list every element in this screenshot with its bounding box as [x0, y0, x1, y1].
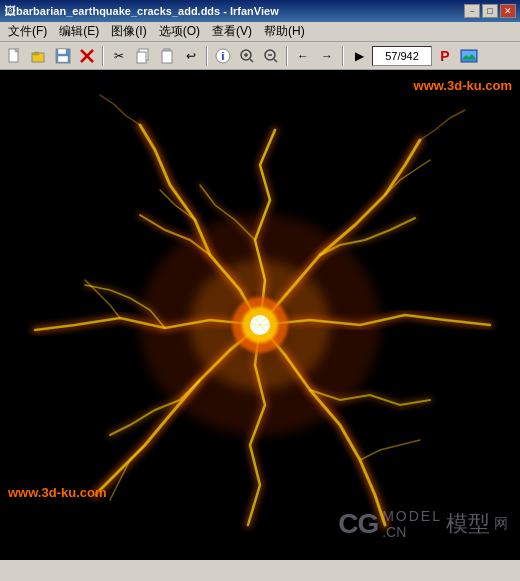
separator-2	[206, 46, 208, 66]
extra-button[interactable]	[458, 45, 480, 67]
menu-bar: 文件(F) 编辑(E) 图像(I) 选项(O) 查看(V) 帮助(H)	[0, 22, 520, 42]
close-button[interactable]: ✕	[500, 4, 516, 18]
menu-help[interactable]: 帮助(H)	[258, 21, 311, 42]
separator-1	[102, 46, 104, 66]
maximize-button[interactable]: □	[482, 4, 498, 18]
image-counter: 57/942	[372, 46, 432, 66]
svg-rect-6	[58, 56, 68, 62]
plugins-button[interactable]: P	[434, 45, 456, 67]
info-button[interactable]: i	[212, 45, 234, 67]
new-button[interactable]	[4, 45, 26, 67]
zoom-in-button[interactable]	[236, 45, 258, 67]
svg-rect-10	[137, 52, 146, 63]
window-title: barbarian_earthquake_cracks_add.dds - Ir…	[16, 5, 464, 17]
menu-file[interactable]: 文件(F)	[2, 21, 53, 42]
undo-button[interactable]: ↩	[180, 45, 202, 67]
app-icon: 🖼	[4, 4, 16, 18]
menu-options[interactable]: 选项(O)	[153, 21, 206, 42]
title-bar: 🖼 barbarian_earthquake_cracks_add.dds - …	[0, 0, 520, 22]
svg-line-16	[250, 59, 253, 62]
save-button[interactable]	[52, 45, 74, 67]
toolbar: ✂ ↩ i ← → ▶ 57/942 P	[0, 42, 520, 70]
svg-rect-5	[58, 49, 66, 54]
slideshow-button[interactable]: ▶	[348, 45, 370, 67]
delete-button[interactable]	[76, 45, 98, 67]
separator-4	[342, 46, 344, 66]
prev-image-button[interactable]: ←	[292, 45, 314, 67]
menu-image[interactable]: 图像(I)	[105, 21, 152, 42]
separator-3	[286, 46, 288, 66]
p-icon: P	[440, 48, 449, 64]
zoom-out-button[interactable]	[260, 45, 282, 67]
minimize-button[interactable]: −	[464, 4, 480, 18]
open-button[interactable]	[28, 45, 50, 67]
next-image-button[interactable]: →	[316, 45, 338, 67]
svg-text:i: i	[222, 51, 225, 62]
menu-view[interactable]: 查看(V)	[206, 21, 258, 42]
menu-edit[interactable]: 编辑(E)	[53, 21, 105, 42]
window-controls: − □ ✕	[464, 4, 516, 18]
cut-button[interactable]: ✂	[108, 45, 130, 67]
svg-rect-12	[162, 51, 172, 63]
paste-button[interactable]	[156, 45, 178, 67]
image-area: www.3d-ku.com www.3d-ku.com CG MODEL .CN…	[0, 70, 520, 560]
svg-line-20	[274, 59, 277, 62]
copy-button[interactable]	[132, 45, 154, 67]
lightning-image	[0, 70, 520, 560]
